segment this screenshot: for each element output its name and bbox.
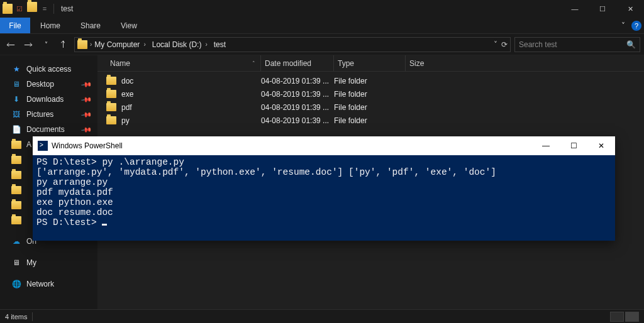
- ps-maximize-button[interactable]: ☐: [560, 136, 587, 155]
- sidebar-item-desktop[interactable]: 🖥Desktop📌: [0, 77, 97, 92]
- folder-icon: [3, 4, 13, 14]
- folder-icon: [11, 156, 21, 164]
- file-name: exe: [121, 90, 133, 99]
- sort-asc-icon: ˄: [252, 60, 255, 67]
- view-mode-buttons: [610, 312, 639, 322]
- pin-icon: 📌: [80, 109, 92, 121]
- qat-equals-icon[interactable]: =: [39, 2, 50, 16]
- ps-close-button[interactable]: ✕: [587, 136, 615, 155]
- titlebar[interactable]: ☑ = test — ☐ ✕: [0, 0, 644, 18]
- folder-icon: [11, 216, 21, 224]
- column-type[interactable]: Type: [334, 55, 406, 71]
- powershell-icon: [38, 141, 48, 151]
- documents-icon: 📄: [11, 124, 21, 134]
- pc-icon: 🖥: [11, 258, 21, 268]
- qat-folder-icon[interactable]: [26, 2, 38, 16]
- ribbon: File Home Share View ˅ ?: [0, 18, 644, 34]
- column-headers: Name˄ Date modified Type Size: [97, 55, 644, 72]
- file-name: pdf: [121, 103, 132, 112]
- file-date: 04-08-2019 01:39 ...: [261, 77, 334, 85]
- sidebar-item-mypc[interactable]: 🖥My: [0, 255, 97, 270]
- address-dropdown-icon[interactable]: ˅: [494, 40, 497, 49]
- column-size[interactable]: Size: [406, 55, 456, 71]
- item-count: 4 items: [5, 313, 27, 320]
- network-icon: 🌐: [11, 279, 21, 289]
- pictures-icon: 🖼: [11, 109, 21, 119]
- download-icon: ⬇: [11, 94, 21, 104]
- powershell-titlebar[interactable]: Windows PowerShell — ☐ ✕: [33, 136, 615, 155]
- sidebar-item-downloads[interactable]: ⬇Downloads📌: [0, 92, 97, 107]
- tab-view[interactable]: View: [111, 18, 147, 33]
- window-title: test: [57, 4, 73, 13]
- sidebar-item-network[interactable]: 🌐Network: [0, 276, 97, 292]
- pin-icon: 📌: [80, 124, 92, 136]
- powershell-console[interactable]: PS D:\test> py .\arrange.py ['arrange.py…: [33, 155, 615, 241]
- file-type: File folder: [334, 103, 406, 112]
- table-row[interactable]: exe04-08-2019 01:39 ...File folder: [106, 87, 644, 101]
- tab-home[interactable]: Home: [30, 18, 70, 33]
- window-controls: — ☐ ✕: [561, 0, 644, 18]
- folder-icon: [77, 40, 87, 49]
- recent-dropdown-icon[interactable]: ˅: [39, 38, 53, 52]
- file-date: 04-08-2019 01:39 ...: [261, 103, 334, 112]
- explorer-window: ☑ = test — ☐ ✕ File Home Share View ˅ ? …: [0, 0, 644, 323]
- sidebar-item-quick-access[interactable]: ★Quick access: [0, 62, 97, 77]
- tab-share[interactable]: Share: [70, 18, 111, 33]
- file-name: doc: [121, 77, 133, 85]
- details-view-button[interactable]: [610, 312, 624, 322]
- column-date[interactable]: Date modified: [261, 55, 334, 71]
- breadcrumb[interactable]: test: [214, 40, 226, 49]
- refresh-icon[interactable]: ⟳: [501, 40, 508, 49]
- desktop-icon: 🖥: [11, 79, 21, 89]
- cloud-icon: ☁: [11, 236, 21, 246]
- up-button[interactable]: 🡑: [57, 38, 70, 52]
- file-name: py: [121, 116, 130, 125]
- icons-view-button[interactable]: [625, 312, 639, 322]
- file-type: File folder: [334, 90, 406, 99]
- column-name[interactable]: Name˄: [106, 55, 261, 71]
- quick-access-toolbar: ☑ = test: [0, 0, 75, 18]
- pin-icon: 📌: [80, 94, 92, 106]
- help-icon[interactable]: ?: [631, 21, 641, 31]
- file-date: 04-08-2019 01:39 ...: [261, 116, 334, 125]
- breadcrumb[interactable]: My Computer: [94, 40, 140, 49]
- forward-button[interactable]: 🡒: [21, 38, 35, 52]
- powershell-title: Windows PowerShell: [52, 141, 123, 150]
- table-row[interactable]: py04-08-2019 01:39 ...File folder: [106, 114, 644, 127]
- file-tab[interactable]: File: [0, 18, 30, 33]
- sidebar-item-documents[interactable]: 📄Documents📌: [0, 122, 97, 137]
- qat-checkbox-icon[interactable]: ☑: [14, 2, 25, 16]
- table-row[interactable]: pdf04-08-2019 01:39 ...File folder: [106, 101, 644, 114]
- breadcrumb[interactable]: Local Disk (D:): [152, 40, 202, 49]
- search-input[interactable]: Search test 🔍: [514, 37, 640, 52]
- search-placeholder: Search test: [519, 40, 557, 49]
- folder-icon: [11, 141, 21, 149]
- minimize-button[interactable]: —: [561, 0, 589, 18]
- maximize-button[interactable]: ☐: [589, 0, 616, 18]
- folder-icon: [11, 186, 21, 194]
- nav-bar: 🡐 🡒 ˅ 🡑 › My Computer› Local Disk (D:)› …: [0, 34, 644, 55]
- powershell-window[interactable]: Windows PowerShell — ☐ ✕ PS D:\test> py …: [33, 136, 615, 241]
- file-type: File folder: [334, 77, 406, 85]
- ps-minimize-button[interactable]: —: [532, 136, 560, 155]
- cursor: [102, 224, 107, 226]
- sidebar-item-pictures[interactable]: 🖼Pictures📌: [0, 107, 97, 122]
- file-type: File folder: [334, 116, 406, 125]
- pin-icon: 📌: [80, 79, 92, 90]
- file-date: 04-08-2019 01:39 ...: [261, 90, 334, 99]
- back-button[interactable]: 🡐: [4, 38, 18, 52]
- folder-icon: [106, 116, 116, 124]
- table-row[interactable]: doc04-08-2019 01:39 ...File folder: [106, 74, 644, 87]
- file-rows: doc04-08-2019 01:39 ...File folderexe04-…: [97, 72, 644, 127]
- star-icon: ★: [11, 64, 21, 74]
- folder-icon: [11, 171, 21, 179]
- close-button[interactable]: ✕: [616, 0, 644, 18]
- folder-icon: [106, 103, 116, 111]
- ribbon-collapse-icon[interactable]: ˅: [616, 19, 630, 33]
- folder-icon: [11, 201, 21, 209]
- folder-icon: [106, 77, 116, 85]
- address-bar[interactable]: › My Computer› Local Disk (D:)› test ˅ ⟳: [74, 37, 511, 52]
- folder-icon: [106, 90, 116, 98]
- status-bar: 4 items: [0, 309, 644, 323]
- search-icon: 🔍: [626, 40, 636, 49]
